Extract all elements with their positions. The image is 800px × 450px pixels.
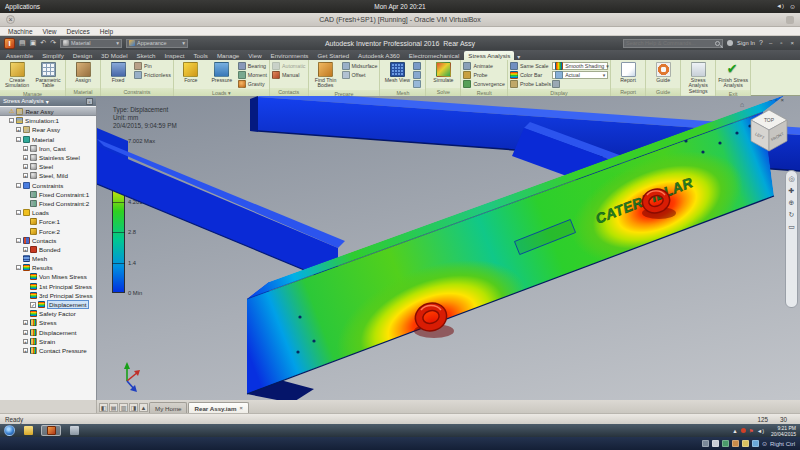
tab-assemble[interactable]: Assemble — [2, 51, 37, 60]
qat-new-icon[interactable]: ▤ — [19, 38, 26, 48]
tab-inspect[interactable]: Inspect — [161, 51, 189, 60]
expander-icon[interactable]: + — [23, 164, 28, 169]
doc-tab-my-home[interactable]: My Home — [149, 402, 187, 413]
expander-icon[interactable]: + — [23, 320, 28, 325]
ribbon-button-report[interactable]: Report — [613, 61, 643, 83]
ribbon-button-moment[interactable]: Moment — [238, 71, 267, 79]
ribbon-button-mesh-settings[interactable] — [413, 62, 423, 70]
tree-item-displacement[interactable]: +Displacement — [0, 328, 96, 337]
expander-icon[interactable]: + — [23, 348, 28, 353]
ribbon-options-icon[interactable]: ▾ — [517, 53, 520, 60]
qat-undo-icon[interactable]: ↶ — [40, 38, 46, 48]
ribbon-button-actual[interactable]: Actual▾ — [552, 71, 608, 79]
tab-view[interactable]: View — [244, 51, 265, 60]
look-at-icon[interactable]: ▭ — [788, 223, 795, 231]
inventor-logo-icon[interactable]: I — [4, 38, 15, 49]
ribbon-button-convergence-settings[interactable] — [413, 80, 423, 88]
search-box[interactable] — [623, 39, 723, 48]
action-center-icon[interactable]: ⚑ — [749, 428, 754, 434]
menu-machine[interactable]: Machine — [8, 28, 33, 35]
expander-icon[interactable]: − — [16, 137, 21, 142]
view-toggle-icon-2[interactable]: ▤ — [109, 403, 118, 412]
ribbon-button-find-thin-bodies[interactable]: Find Thin Bodies — [311, 61, 341, 89]
zoom-icon[interactable]: ⊕ — [789, 199, 795, 207]
ribbon-button-offset[interactable]: Offset — [342, 71, 378, 79]
tree-item-rear-assy[interactable]: ⚠Rear Assy — [0, 107, 96, 116]
tree-item-rear-assy[interactable]: +Rear Assy — [0, 125, 96, 134]
doc-tab-rear-assy-iam[interactable]: Rear Assy.iam× — [188, 402, 248, 413]
taskbar-inventor-button[interactable] — [41, 425, 61, 436]
tray-expand-icon[interactable]: ▲ — [732, 428, 737, 434]
ribbon-button-animate[interactable]: Animate — [463, 62, 505, 70]
view-cube[interactable]: ⌂ TOP LEFT FRONT — [740, 101, 792, 153]
session-icon[interactable]: ⊙ — [790, 3, 795, 10]
expander-icon[interactable]: + — [23, 330, 28, 335]
qat-redo-icon[interactable]: ↷ — [50, 38, 56, 48]
tab-autodesk-a360[interactable]: Autodesk A360 — [354, 51, 404, 60]
expander-icon[interactable]: − — [16, 183, 21, 188]
tree-item-safety-factor[interactable]: Safety Factor — [0, 309, 96, 318]
home-icon[interactable]: ⌂ — [740, 101, 744, 108]
tree-item-stress[interactable]: +Stress — [0, 318, 96, 327]
tree-item-force-2[interactable]: Force:2 — [0, 226, 96, 235]
tab-simplify[interactable]: Simplify — [38, 51, 68, 60]
tree-item-mesh[interactable]: Mesh — [0, 254, 96, 263]
tree-item-contact-pressure[interactable]: +Contact Pressure — [0, 346, 96, 355]
help-icon[interactable]: ? — [759, 38, 763, 48]
tab-design[interactable]: Design — [69, 51, 96, 60]
view-toggle-icon-4[interactable]: ◨ — [129, 403, 138, 412]
taskbar-app-button[interactable] — [64, 425, 84, 436]
tree-item-contacts[interactable]: −Contacts — [0, 236, 96, 245]
tree-item-bonded[interactable]: +Bonded — [0, 245, 96, 254]
ribbon-button-midsurface[interactable]: Midsurface — [342, 62, 378, 70]
checkbox-checked[interactable]: ✓ — [30, 302, 36, 308]
tree-item-material[interactable]: −Material — [0, 135, 96, 144]
browser-panel-header[interactable]: Stress Analysis ▾ ▫ — [0, 96, 96, 106]
menu-view[interactable]: View — [43, 28, 57, 35]
expander-icon[interactable]: + — [23, 155, 28, 160]
expander-icon[interactable]: + — [23, 173, 28, 178]
material-combo[interactable]: Material ▾ — [60, 39, 122, 48]
graphics-viewport[interactable]: Type: Displacement Unit: mm 20/4/2015, 9… — [97, 96, 800, 400]
ribbon-button-finish-stress-analysis[interactable]: Finish Stress Analysis — [718, 61, 748, 89]
tab-manage[interactable]: Manage — [213, 51, 243, 60]
ribbon-button-assign[interactable]: Assign — [68, 61, 98, 83]
expander-icon[interactable]: + — [16, 127, 21, 132]
ribbon-button-fixed[interactable]: Fixed — [103, 61, 133, 83]
search-input[interactable] — [626, 40, 713, 46]
tab-tools[interactable]: Tools — [189, 51, 211, 60]
tab-electromechanical[interactable]: Electromechanical — [405, 51, 464, 60]
ribbon-button-bearing[interactable]: Bearing — [238, 62, 267, 70]
tree-item-steel-mild[interactable]: +Steel, Mild — [0, 171, 96, 180]
ribbon-button-parametric-table[interactable]: Parametric Table — [33, 61, 63, 89]
tab-sketch[interactable]: Sketch — [133, 51, 160, 60]
orbit-icon[interactable]: ↻ — [789, 211, 795, 219]
tree-item-fixed-constraint-2[interactable]: Fixed Constraint:2 — [0, 199, 96, 208]
close-icon[interactable]: × — [239, 405, 242, 411]
maximize-button[interactable]: ▫ — [778, 40, 784, 46]
tree-item-constraints[interactable]: −Constraints — [0, 181, 96, 190]
tree-item-strain[interactable]: +Strain — [0, 337, 96, 346]
browser-panel-options-button[interactable]: ▫ — [86, 98, 93, 105]
view-toggle-icon-1[interactable]: ◧ — [99, 403, 108, 412]
volume-icon[interactable]: ◄) — [776, 3, 784, 10]
ribbon-button-gravity[interactable]: Gravity — [238, 80, 267, 88]
pan-icon[interactable]: ✚ — [789, 187, 795, 195]
start-button[interactable] — [4, 425, 15, 436]
close-button[interactable]: × — [788, 40, 796, 46]
tree-item-fixed-constraint-1[interactable]: Fixed Constraint:1 — [0, 190, 96, 199]
ribbon-button-force[interactable]: Force — [176, 61, 206, 83]
ribbon-button-smooth-shading[interactable]: Smooth Shading▾ — [552, 62, 608, 70]
tree-item-von-mises-stress[interactable]: Von Mises Stress — [0, 272, 96, 281]
tab-3d-model[interactable]: 3D Model — [97, 51, 131, 60]
ribbon-button-convergence[interactable]: Convergence — [463, 80, 505, 88]
viewcube-top-label[interactable]: TOP — [764, 117, 775, 123]
ribbon-button-stress-analysis-settings[interactable]: Stress Analysis Settings — [683, 61, 713, 94]
tree-item-displacement[interactable]: ✓Displacement — [0, 300, 96, 309]
ribbon-button-simulate[interactable]: Simulate — [428, 61, 458, 83]
tree-item-results[interactable]: −Results — [0, 263, 96, 272]
taskbar-explorer-button[interactable] — [18, 425, 38, 436]
ribbon-button-frictionless[interactable]: Frictionless — [134, 71, 171, 79]
ribbon-button-adjust-display[interactable] — [552, 80, 608, 88]
ribbon-button-color-bar[interactable]: Color Bar — [510, 71, 551, 79]
